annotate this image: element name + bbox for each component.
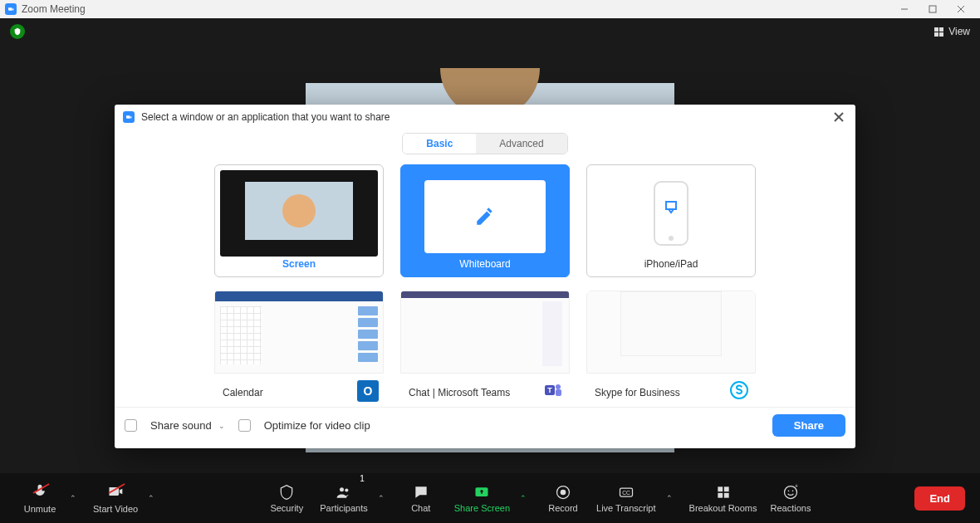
option-label: Screen [215, 258, 383, 276]
button-label: Participants [320, 503, 367, 513]
share-option-app-calendar[interactable]: Calendar O [214, 291, 384, 403]
share-options-caret[interactable]: ⌃ [517, 494, 530, 502]
view-button[interactable]: View [934, 26, 970, 37]
svg-text:CC: CC [622, 489, 630, 495]
reactions-icon: + [782, 484, 799, 501]
zoom-icon [123, 111, 135, 123]
reactions-button[interactable]: + Reactions [765, 476, 816, 521]
video-options-caret[interactable]: ⌃ [145, 494, 158, 502]
record-button[interactable]: Record [538, 476, 588, 521]
button-label: Start Video [93, 504, 138, 514]
app-thumbnail [586, 291, 756, 374]
svg-point-7 [669, 236, 674, 241]
dialog-footer: Share sound ⌄ Optimize for video clip Sh… [115, 407, 855, 443]
share-option-app-teams[interactable]: Chat | Microsoft Teams T [400, 291, 570, 403]
iphone-icon [592, 170, 750, 257]
teams-icon: T [543, 380, 565, 402]
end-meeting-button[interactable]: End [914, 486, 965, 511]
window-title: Zoom Meeting [22, 3, 86, 15]
live-transcript-button[interactable]: CC Live Transcript [591, 476, 661, 521]
svg-point-14 [345, 488, 348, 491]
button-label: Live Transcript [596, 503, 656, 513]
dialog-title: Select a window or an application that y… [141, 111, 390, 123]
button-label: Chat [411, 503, 430, 513]
screen-thumbnail [220, 170, 378, 257]
svg-rect-22 [718, 492, 723, 497]
option-label: Whiteboard [401, 258, 569, 276]
record-icon [555, 484, 571, 501]
share-sound-checkbox[interactable] [125, 419, 137, 432]
transcript-options-caret[interactable]: ⌃ [663, 494, 676, 502]
share-button[interactable]: Share [772, 414, 845, 437]
optimize-checkbox[interactable] [238, 419, 251, 432]
maximize-button[interactable] [919, 0, 947, 18]
unmute-button[interactable]: Unmute [15, 476, 65, 521]
share-option-iphone-ipad[interactable]: iPhone/iPad [586, 164, 756, 277]
breakout-rooms-icon [715, 484, 732, 501]
dialog-close-button[interactable] [831, 109, 847, 125]
svg-rect-1 [929, 6, 936, 12]
share-sound-dropdown[interactable]: ⌄ [218, 422, 225, 430]
svg-rect-23 [723, 492, 728, 497]
meeting-topstrip: View [0, 18, 980, 45]
share-screen-button[interactable]: Share Screen [449, 476, 515, 521]
whiteboard-icon [424, 180, 546, 253]
option-label: Calendar [223, 387, 263, 398]
participants-icon [336, 484, 352, 501]
security-button[interactable]: Security [262, 476, 311, 521]
zoom-app-icon [5, 3, 17, 15]
share-sound-label: Share sound [150, 419, 212, 432]
share-screen-icon [473, 484, 490, 501]
share-option-app-skype[interactable]: Skype for Business [586, 291, 756, 403]
skype-icon [729, 380, 751, 402]
closed-captions-icon: CC [618, 484, 635, 501]
breakout-rooms-button[interactable]: Breakout Rooms [684, 476, 762, 521]
close-window-button[interactable] [947, 0, 975, 18]
tab-advanced[interactable]: Advanced [476, 134, 566, 154]
meeting-toolbar: Unmute ⌃ Start Video ⌃ Security 1 Partic… [0, 473, 980, 523]
participants-count: 1 [360, 474, 365, 483]
app-thumbnail [400, 291, 570, 374]
share-option-screen[interactable]: Screen [214, 164, 384, 277]
share-tabs: Basic Advanced [115, 130, 855, 163]
os-titlebar: Zoom Meeting [0, 0, 980, 18]
participants-options-caret[interactable]: ⌃ [375, 494, 388, 502]
camera-off-icon [107, 483, 124, 501]
option-label: Chat | Microsoft Teams [409, 387, 510, 398]
svg-point-17 [561, 489, 566, 495]
share-option-whiteboard[interactable]: Whiteboard [400, 164, 570, 277]
meeting-area: View Select a window or an application t… [0, 18, 980, 523]
chat-icon [413, 484, 429, 501]
svg-rect-21 [723, 486, 728, 491]
outlook-icon: O [357, 380, 379, 402]
chat-button[interactable]: Chat [396, 476, 446, 521]
svg-text:+: + [795, 484, 798, 489]
encryption-shield-icon[interactable] [10, 24, 25, 39]
button-label: Breakout Rooms [689, 503, 757, 513]
button-label: Record [548, 503, 577, 513]
svg-point-25 [788, 490, 790, 491]
share-screen-dialog: Select a window or an application that y… [115, 105, 855, 448]
participants-button[interactable]: 1 Participants [315, 476, 372, 521]
svg-text:T: T [547, 386, 552, 394]
tab-basic[interactable]: Basic [403, 134, 476, 154]
audio-options-caret[interactable]: ⌃ [66, 494, 80, 502]
view-label: View [948, 26, 970, 37]
button-label: Share Screen [454, 503, 510, 513]
share-options-grid: Screen Whiteboard iPhone/iPad [115, 163, 855, 407]
dialog-header: Select a window or an application that y… [115, 105, 855, 130]
svg-point-26 [792, 490, 794, 491]
svg-rect-20 [718, 486, 723, 491]
svg-point-10 [556, 384, 561, 389]
option-label: iPhone/iPad [587, 258, 755, 276]
minimize-button[interactable] [890, 0, 919, 18]
button-label: Security [270, 503, 303, 513]
start-video-button[interactable]: Start Video [88, 476, 143, 521]
app-thumbnail [214, 291, 384, 374]
option-label: Skype for Business [595, 387, 680, 398]
svg-point-13 [340, 487, 344, 491]
button-label: Unmute [24, 504, 56, 514]
svg-rect-11 [556, 389, 561, 396]
optimize-label: Optimize for video clip [264, 419, 370, 432]
gallery-view-icon [934, 27, 943, 37]
